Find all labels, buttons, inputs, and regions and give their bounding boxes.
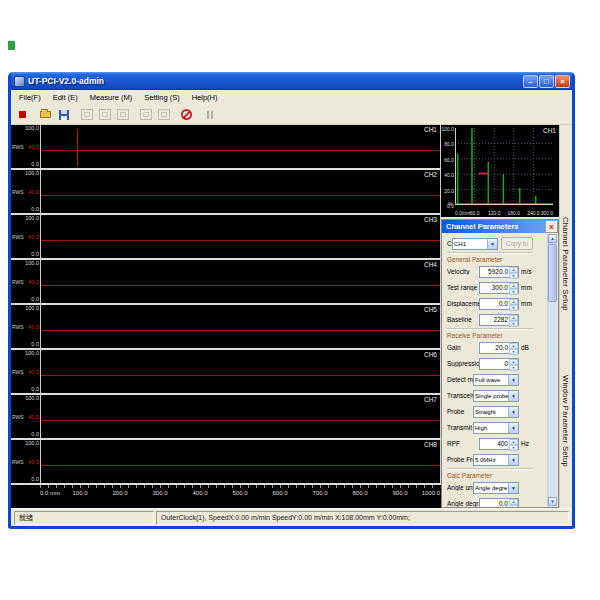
preview-a-scan-chart[interactable]: CH1 % 100.080.060.040.020.00.00.0mm60.01…: [441, 125, 559, 217]
x-axis-tick-label: 1000.0: [422, 490, 440, 496]
title-bar[interactable]: UT-PCI-V2.0-admin – □ ×: [11, 72, 572, 90]
strip-threshold-label: 40.0: [23, 369, 39, 375]
probe-select[interactable]: Straight▼: [473, 406, 519, 418]
preview-plot[interactable]: [455, 128, 553, 205]
transceive-mode-select[interactable]: Single probe▼: [473, 390, 519, 402]
record-icon[interactable]: [14, 107, 31, 123]
displacement-input[interactable]: 0.0▲▼: [479, 298, 519, 310]
threshold-line: [41, 375, 440, 376]
gain-input[interactable]: 20.0▲▼: [479, 342, 519, 354]
minimize-button[interactable]: –: [523, 75, 538, 88]
x-axis-tick-label: 300.0: [152, 490, 167, 496]
scroll-thumb[interactable]: [548, 244, 557, 302]
param-row-channel: ChannelCH1▼Copy to: [447, 236, 533, 251]
scroll-up-icon[interactable]: ▲: [548, 234, 557, 243]
panel-header[interactable]: Channel Parameters x: [442, 220, 558, 233]
panel-close-icon[interactable]: x: [546, 221, 557, 232]
menu-item-setting[interactable]: Setting (S): [138, 93, 185, 102]
chevron-down-icon[interactable]: ▼: [508, 407, 518, 417]
strip-ymax-label: 100.0: [11, 350, 39, 356]
suppression-input[interactable]: 0▲▼: [479, 358, 519, 370]
menu-item-file[interactable]: File(F): [13, 93, 47, 102]
close-button[interactable]: ×: [555, 75, 570, 88]
tab-channel-parameter-setup[interactable]: Channel Parameter Setup: [561, 217, 570, 311]
spinner-arrows[interactable]: ▲▼: [509, 359, 518, 369]
pause-icon: [201, 107, 218, 123]
strip-plot[interactable]: CH5: [40, 305, 441, 348]
spin-down-icon[interactable]: ▼: [509, 289, 518, 295]
velocity-input[interactable]: 5920.0▲▼: [479, 266, 519, 278]
detect-mode-select[interactable]: Full wave▼: [473, 374, 519, 386]
panel-scrollbar[interactable]: ▲ ▼: [547, 234, 557, 506]
probe-frequency-select[interactable]: 5.0MHz▼: [473, 454, 519, 466]
spinner-arrows[interactable]: ▲▼: [509, 343, 518, 353]
threshold-line: [41, 150, 440, 151]
spinner-arrows[interactable]: ▲▼: [509, 283, 518, 293]
unit-label: mm: [519, 300, 533, 307]
strip-side-label: RWS: [12, 189, 24, 195]
spinner-arrows[interactable]: ▲▼: [509, 267, 518, 277]
rpf-input[interactable]: 400▲▼: [479, 438, 519, 450]
x-axis-tick-label: 0.0 mm: [40, 490, 60, 496]
spin-down-icon[interactable]: ▼: [509, 305, 518, 311]
preview-x-tick-label: 180.0: [508, 210, 521, 216]
chevron-down-icon[interactable]: ▼: [487, 239, 497, 249]
status-bar: 就绪 OuterClock(1), SpeedX:0.00 m/min Spee…: [11, 508, 572, 526]
strip-plot[interactable]: CH2: [40, 170, 441, 213]
tab-window-parameter-setup[interactable]: Window Parameter Setup: [561, 375, 570, 467]
open-icon[interactable]: [37, 107, 54, 123]
save-icon[interactable]: [55, 107, 72, 123]
spinner-arrows[interactable]: ▲▼: [509, 499, 518, 508]
chevron-down-icon[interactable]: ▼: [508, 455, 518, 465]
maximize-button[interactable]: □: [539, 75, 554, 88]
threshold-line: [41, 240, 440, 241]
spin-down-icon[interactable]: ▼: [509, 273, 518, 279]
param-row-test-range: Test range300.0▲▼mm: [447, 280, 533, 295]
strip-plot[interactable]: CH3: [40, 215, 441, 258]
channel-parameters-panel: Channel Parameters x ChannelCH1▼Copy toG…: [441, 219, 559, 508]
strip-plot[interactable]: CH8: [40, 440, 441, 483]
chevron-down-icon[interactable]: ▼: [508, 423, 518, 433]
x-axis-tick-label: 600.0: [272, 490, 287, 496]
spinner-arrows[interactable]: ▲▼: [509, 439, 518, 449]
chart-icon: [96, 107, 113, 123]
stop-icon[interactable]: [178, 107, 195, 123]
baseline-input[interactable]: 2282▲▼: [479, 314, 519, 326]
strip-plot[interactable]: CH7: [40, 395, 441, 438]
preview-x-tick-label: 120.0: [488, 210, 501, 216]
param-row-baseline: Baseline2282▲▼: [447, 312, 533, 327]
threshold-line: [41, 465, 440, 466]
strip-plot[interactable]: CH1: [40, 125, 441, 168]
strip-plot[interactable]: CH4: [40, 260, 441, 303]
strip-ymax-label: 100.0: [11, 395, 39, 401]
menu-item-help[interactable]: Help(H): [186, 93, 224, 102]
test-range-input[interactable]: 300.0▲▼: [479, 282, 519, 294]
transmit-voltage-select[interactable]: High▼: [473, 422, 519, 434]
param-row-angle-degree: Angle degree0.0▲▼: [447, 496, 533, 507]
param-row-probe: ProbeStraight▼: [447, 404, 533, 419]
strip-threshold-label: 40.0: [23, 414, 39, 420]
menu-item-edit[interactable]: Edit (E): [47, 93, 84, 102]
menu-item-measure[interactable]: Measure (M): [84, 93, 139, 102]
spin-down-icon[interactable]: ▼: [509, 445, 518, 451]
dock-tabs-strip: Channel Parameter Setup Window Parameter…: [559, 125, 572, 508]
chevron-down-icon[interactable]: ▼: [508, 483, 518, 493]
strip-threshold-label: 40.0: [23, 234, 39, 240]
chevron-down-icon[interactable]: ▼: [508, 391, 518, 401]
channel-strip-ch3: 100.040.00.0RWSCH3: [11, 215, 441, 260]
spin-down-icon[interactable]: ▼: [509, 349, 518, 355]
group-divider: [447, 328, 533, 330]
channel-select[interactable]: CH1▼: [452, 238, 498, 250]
spin-down-icon[interactable]: ▼: [509, 365, 518, 371]
angle-unit-select[interactable]: Angle degre▼: [473, 482, 519, 494]
spinner-arrows[interactable]: ▲▼: [509, 299, 518, 309]
status-clock-speed-text: OuterClock(1), SpeedX:0.00 m/min SpeedY:…: [156, 511, 569, 525]
chevron-down-icon[interactable]: ▼: [508, 375, 518, 385]
strip-plot[interactable]: CH6: [40, 350, 441, 393]
strip-ymin-label: 0.0: [11, 296, 39, 302]
spin-down-icon[interactable]: ▼: [509, 505, 518, 508]
spin-down-icon[interactable]: ▼: [509, 321, 518, 327]
angle-degree-input[interactable]: 0.0▲▼: [479, 498, 519, 508]
spinner-arrows[interactable]: ▲▼: [509, 315, 518, 325]
scroll-down-icon[interactable]: ▼: [548, 497, 557, 506]
